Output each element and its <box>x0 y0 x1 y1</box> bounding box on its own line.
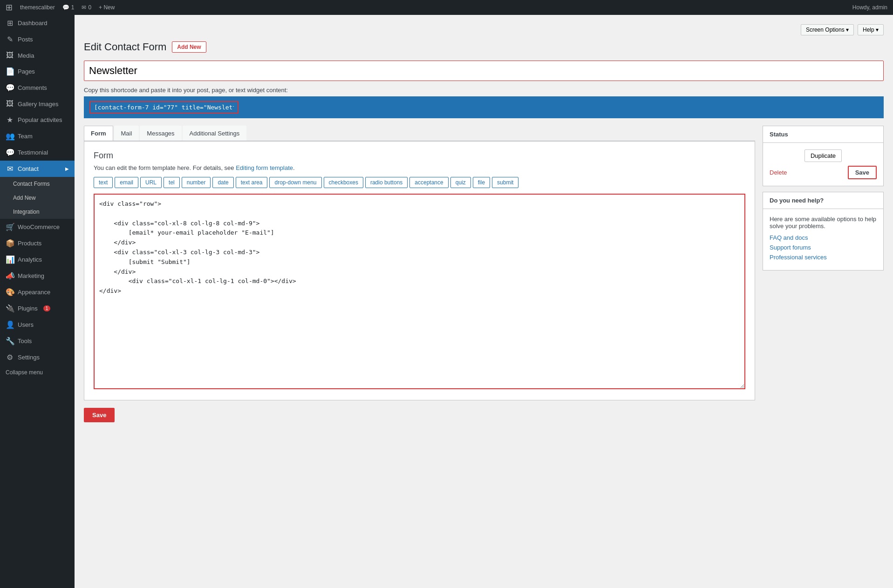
sidebar-label-woocommerce: WooCommerce <box>18 223 60 230</box>
collapse-menu[interactable]: Collapse menu <box>0 365 75 379</box>
left-panel: Form Mail Messages Additional Settings F… <box>84 126 755 422</box>
sidebar-label-users: Users <box>18 321 34 328</box>
tab-form[interactable]: Form <box>84 126 113 141</box>
sidebar-item-pages[interactable]: 📄 Pages <box>0 63 75 80</box>
contact-arrow: ▶ <box>65 166 69 171</box>
sidebar-item-popular-activites[interactable]: ★ Popular activites <box>0 112 75 128</box>
pages-icon: 📄 <box>6 67 14 76</box>
duplicate-button[interactable]: Duplicate <box>804 149 842 162</box>
popular-icon: ★ <box>6 115 14 124</box>
sidebar-item-team[interactable]: 👥 Team <box>0 128 75 144</box>
sidebar-item-contact-forms[interactable]: Contact Forms <box>0 177 75 191</box>
messages-count[interactable]: ✉ 0 <box>82 4 91 11</box>
site-name[interactable]: themescaliber <box>20 4 55 11</box>
sidebar-item-appearance[interactable]: 🎨 Appearance <box>0 284 75 300</box>
sidebar-item-marketing[interactable]: 📣 Marketing <box>0 268 75 284</box>
sidebar-item-gallery-images[interactable]: 🖼 Gallery Images <box>0 96 75 112</box>
sidebar-label-marketing: Marketing <box>18 272 44 279</box>
tag-email[interactable]: email <box>115 177 138 188</box>
right-sidebar-panel: Status Duplicate Delete Save Do you need… <box>763 126 884 422</box>
contact-icon: ✉ <box>6 164 14 173</box>
tag-url[interactable]: URL <box>140 177 162 188</box>
sidebar-item-plugins[interactable]: 🔌 Plugins 1 <box>0 300 75 317</box>
tag-date[interactable]: date <box>212 177 233 188</box>
form-section-desc: You can edit the form template here. For… <box>94 164 745 171</box>
tag-quiz[interactable]: quiz <box>450 177 471 188</box>
tag-acceptance[interactable]: acceptance <box>409 177 448 188</box>
sidebar-item-settings[interactable]: ⚙ Settings <box>0 349 75 365</box>
admin-bar: ⊞ themescaliber 💬 1 ✉ 0 + New Howdy, adm… <box>0 0 893 15</box>
plugins-icon: 🔌 <box>6 304 14 313</box>
shortcode-bar <box>84 96 884 118</box>
tag-textarea[interactable]: text area <box>236 177 268 188</box>
form-name-input[interactable] <box>84 61 884 81</box>
new-button[interactable]: + New <box>99 4 115 11</box>
help-panel-header: Do you need help? <box>763 192 883 209</box>
sidebar-item-posts[interactable]: ✎ Posts <box>0 31 75 47</box>
add-new-button[interactable]: Add New <box>172 41 206 53</box>
sidebar-label-analytics: Analytics <box>18 256 42 263</box>
sidebar-label-tools: Tools <box>18 338 32 345</box>
tag-buttons: text email URL tel number date text area… <box>94 177 745 188</box>
help-link-faq[interactable]: FAQ and docs <box>770 234 877 241</box>
contact-forms-label: Contact Forms <box>13 181 50 187</box>
sidebar-item-users[interactable]: 👤 Users <box>0 317 75 333</box>
sidebar-item-add-new[interactable]: Add New <box>0 191 75 205</box>
sidebar-label-gallery: Gallery Images <box>18 101 58 108</box>
users-icon: 👤 <box>6 320 14 329</box>
bottom-save-button[interactable]: Save <box>84 408 115 422</box>
posts-icon: ✎ <box>6 35 14 44</box>
form-panel: Form You can edit the form template here… <box>84 141 755 400</box>
tag-checkboxes[interactable]: checkboxes <box>324 177 363 188</box>
tab-additional-settings[interactable]: Additional Settings <box>183 126 247 141</box>
sidebar-item-contact[interactable]: ✉ Contact ▶ <box>0 161 75 177</box>
help-link-professional[interactable]: Professional services <box>770 254 877 261</box>
sidebar-label-appearance: Appearance <box>18 289 50 296</box>
tag-radio-buttons[interactable]: radio buttons <box>365 177 408 188</box>
status-panel-header: Status <box>763 126 883 143</box>
sidebar-item-integration[interactable]: Integration <box>0 205 75 219</box>
delete-link[interactable]: Delete <box>770 169 787 176</box>
settings-icon: ⚙ <box>6 353 14 362</box>
tab-mail[interactable]: Mail <box>114 126 139 141</box>
sidebar-item-dashboard[interactable]: ⊞ Dashboard <box>0 15 75 31</box>
tag-dropdown[interactable]: drop-down menu <box>269 177 321 188</box>
tag-file[interactable]: file <box>473 177 490 188</box>
sidebar-item-comments[interactable]: 💬 Comments <box>0 80 75 96</box>
sidebar-item-analytics[interactable]: 📊 Analytics <box>0 251 75 268</box>
help-panel: Do you need help? Here are some availabl… <box>763 192 884 270</box>
tools-icon: 🔧 <box>6 337 14 345</box>
howdy-text: Howdy, admin <box>852 4 887 11</box>
help-button[interactable]: Help ▾ <box>858 24 884 35</box>
screen-options-button[interactable]: Screen Options ▾ <box>801 24 854 35</box>
tab-bar: Form Mail Messages Additional Settings <box>84 126 755 141</box>
tab-messages[interactable]: Messages <box>140 126 181 141</box>
sidebar-label-settings: Settings <box>18 354 40 361</box>
save-panel-button[interactable]: Save <box>848 166 877 179</box>
sidebar-item-tools[interactable]: 🔧 Tools <box>0 333 75 349</box>
sidebar-label-plugins: Plugins <box>18 305 38 312</box>
sidebar-item-media[interactable]: 🖼 Media <box>0 47 75 63</box>
team-icon: 👥 <box>6 132 14 141</box>
tag-text[interactable]: text <box>94 177 113 188</box>
tag-submit[interactable]: submit <box>492 177 518 188</box>
tag-number[interactable]: number <box>182 177 211 188</box>
sidebar-label-popular: Popular activites <box>18 116 62 123</box>
appearance-icon: 🎨 <box>6 288 14 297</box>
sidebar-item-products[interactable]: 📦 Products <box>0 235 75 251</box>
shortcode-input[interactable] <box>89 101 239 114</box>
sidebar-label-products: Products <box>18 240 41 247</box>
comments-count[interactable]: 💬 1 <box>62 4 75 11</box>
tag-tel[interactable]: tel <box>164 177 180 188</box>
plugins-badge: 1 <box>43 305 51 311</box>
bottom-save-area: Save <box>84 408 755 422</box>
wp-logo[interactable]: ⊞ <box>6 2 13 13</box>
sidebar-item-testimonial[interactable]: 💬 Testimonial <box>0 144 75 161</box>
help-description: Here are some available options to help … <box>770 216 877 230</box>
code-editor[interactable]: <div class="row"> <div class="col-xl-8 c… <box>94 194 745 389</box>
form-section-title: Form <box>94 151 745 161</box>
help-link-support[interactable]: Support forums <box>770 244 877 251</box>
sidebar-item-woocommerce[interactable]: 🛒 WooCommerce <box>0 219 75 235</box>
editing-template-link[interactable]: Editing form template <box>236 164 293 171</box>
sidebar-label-contact: Contact <box>18 165 39 172</box>
